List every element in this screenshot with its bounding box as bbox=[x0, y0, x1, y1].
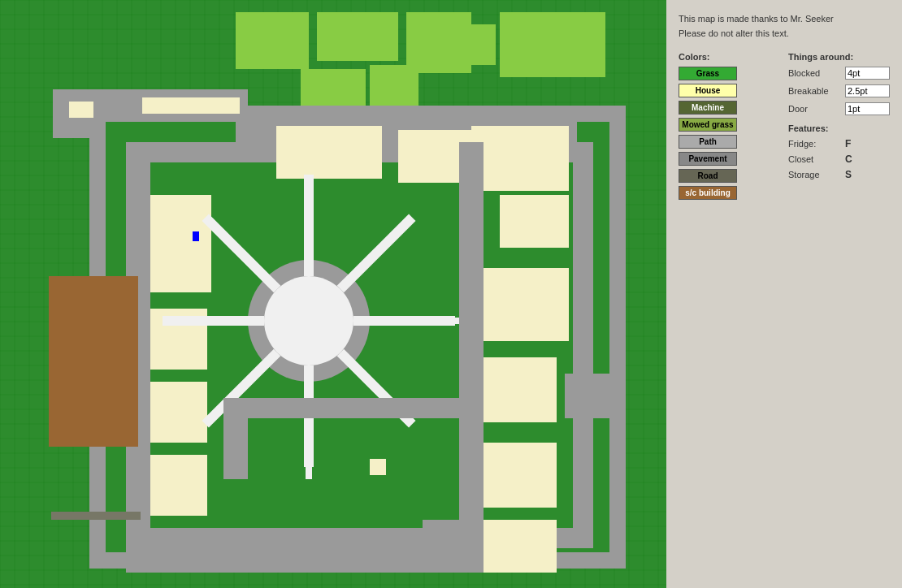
color-item: Grass bbox=[679, 67, 772, 80]
color-swatch: Pavement bbox=[679, 152, 737, 166]
color-item: House bbox=[679, 84, 772, 97]
color-swatch: Mowed grass bbox=[679, 118, 737, 132]
color-item: Machine bbox=[679, 101, 772, 115]
thing-input[interactable] bbox=[845, 84, 890, 97]
color-swatch: Grass bbox=[679, 67, 737, 80]
things-list: BlockedBreakableDoor bbox=[788, 67, 890, 115]
legend-credit: This map is made thanks to Mr. Seeker Pl… bbox=[679, 12, 890, 41]
credit-line1: This map is made thanks to Mr. Seeker bbox=[679, 12, 890, 27]
colors-list: GrassHouseMachineMowed grassPathPavement… bbox=[679, 67, 772, 200]
features-heading: Features: bbox=[788, 123, 890, 133]
legend-panel: This map is made thanks to Mr. Seeker Pl… bbox=[666, 0, 902, 588]
thing-row: Breakable bbox=[788, 84, 890, 97]
feature-value: C bbox=[845, 153, 852, 165]
color-item: Pavement bbox=[679, 152, 772, 166]
feature-label: Closet bbox=[788, 154, 845, 164]
color-swatch: s/c building bbox=[679, 186, 737, 200]
feature-row: ClosetC bbox=[788, 153, 890, 165]
credit-line2: Please do not alter this text. bbox=[679, 27, 890, 41]
thing-input[interactable] bbox=[845, 102, 890, 115]
color-item: Mowed grass bbox=[679, 118, 772, 132]
color-swatch: Path bbox=[679, 135, 737, 149]
feature-label: Storage bbox=[788, 170, 845, 179]
color-item: Road bbox=[679, 169, 772, 183]
feature-value: S bbox=[845, 169, 852, 180]
thing-row: Door bbox=[788, 102, 890, 115]
features-list: Fridge:FClosetCStorageS bbox=[788, 138, 890, 180]
color-swatch: Machine bbox=[679, 101, 737, 115]
color-swatch: House bbox=[679, 84, 737, 97]
color-item: s/c building bbox=[679, 186, 772, 200]
feature-row: Fridge:F bbox=[788, 138, 890, 149]
thing-input[interactable] bbox=[845, 67, 890, 80]
color-swatch: Road bbox=[679, 169, 737, 183]
thing-label: Blocked bbox=[788, 68, 845, 78]
color-item: Path bbox=[679, 135, 772, 149]
colors-heading: Colors: bbox=[679, 52, 772, 62]
thing-row: Blocked bbox=[788, 67, 890, 80]
feature-label: Fridge: bbox=[788, 139, 845, 149]
thing-label: Door bbox=[788, 104, 845, 114]
map-canvas bbox=[0, 0, 666, 588]
thing-label: Breakable bbox=[788, 86, 845, 96]
feature-value: F bbox=[845, 138, 851, 149]
things-heading: Things around: bbox=[788, 52, 890, 62]
feature-row: StorageS bbox=[788, 169, 890, 180]
map-area bbox=[0, 0, 666, 588]
